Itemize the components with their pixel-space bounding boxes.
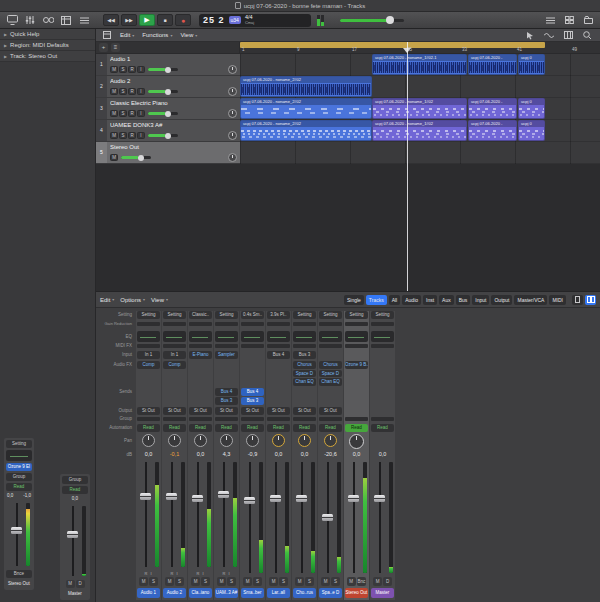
smart-controls-icon[interactable] xyxy=(41,14,55,26)
output-slot[interactable]: St Out xyxy=(293,407,316,415)
volume-db-value[interactable]: -0,9 xyxy=(241,451,264,458)
solo-button[interactable]: S xyxy=(119,66,127,73)
mixer-edit-menu[interactable]: Edit▾ xyxy=(100,297,114,303)
channel-fader[interactable] xyxy=(371,460,394,575)
send-slot[interactable]: Bus 4 xyxy=(241,388,264,396)
track-pan-knob[interactable] xyxy=(228,109,237,118)
output-slot[interactable]: St Out xyxy=(189,407,212,415)
input-monitor-button[interactable]: I xyxy=(137,66,145,73)
output-slot[interactable]: St Out xyxy=(319,407,342,415)
audio-fx-slot[interactable]: Chan EQ xyxy=(293,378,316,386)
eq-thumbnail[interactable] xyxy=(293,331,316,342)
region[interactable]: ucpj 0 xyxy=(518,98,545,119)
channel-strip[interactable]: Setting Bus 3 Chorus Space D Chan EQ St … xyxy=(292,311,317,600)
mute-button[interactable]: M xyxy=(110,110,118,117)
setting-button[interactable]: Setting xyxy=(6,440,32,448)
output-slot[interactable]: St Out xyxy=(163,407,186,415)
input-slot[interactable]: E-Piano xyxy=(189,351,212,359)
setting-button[interactable]: 0.4s Sm.. xyxy=(241,311,264,319)
track-sort-icon[interactable]: ≡ xyxy=(111,43,120,52)
input-monitor-button[interactable]: I xyxy=(137,110,145,117)
volume-db-value[interactable]: -20,6 xyxy=(319,451,342,458)
play-button[interactable]: ▶ xyxy=(139,14,155,26)
mute-button[interactable]: M xyxy=(269,577,278,586)
playhead-position[interactable]: 25 2 xyxy=(203,15,225,25)
group-slot[interactable] xyxy=(293,417,316,421)
mute-button[interactable]: M xyxy=(110,66,118,73)
mixer-view-menu[interactable]: View▾ xyxy=(151,297,168,303)
volume-db-value[interactable]: 0,0 xyxy=(345,451,368,458)
pan-knob[interactable] xyxy=(220,434,233,447)
audio-fx-slot[interactable]: Chorus xyxy=(319,361,342,369)
solo-button[interactable]: S xyxy=(305,577,314,586)
track-name[interactable]: Audio 1 xyxy=(110,56,240,64)
pan-knob[interactable] xyxy=(168,434,181,447)
solo-button[interactable]: S xyxy=(201,577,210,586)
mixer-filter-button[interactable]: Single xyxy=(344,295,364,305)
channel-fader[interactable] xyxy=(319,460,342,575)
channel-strip[interactable]: Setting Read xyxy=(370,311,395,600)
fader-cap[interactable] xyxy=(166,493,177,500)
channel-strip[interactable]: Setting In 1 Comp St Out xyxy=(136,311,161,600)
midi-fx-slot[interactable] xyxy=(319,344,342,348)
region[interactable]: ucpj 07-06-2020 - noname_2#02 xyxy=(240,120,372,141)
group-slot[interactable] xyxy=(215,417,238,421)
solo-button[interactable]: S xyxy=(119,132,127,139)
automation-mode-button[interactable]: Read xyxy=(163,424,186,432)
audio-fx-slot[interactable]: Comp xyxy=(163,361,186,369)
pan-knob[interactable] xyxy=(349,434,364,449)
channel-fader[interactable] xyxy=(267,460,290,575)
midi-fx-slot[interactable] xyxy=(345,344,368,348)
audio-fx-slot[interactable]: Chan EQ xyxy=(319,378,342,386)
display-icon[interactable] xyxy=(5,14,19,26)
output-slot[interactable]: St Out xyxy=(137,407,160,415)
record-enable-button[interactable]: R xyxy=(128,110,136,117)
channel-fader[interactable] xyxy=(293,460,316,575)
bar-ruler[interactable]: 191725334149 xyxy=(240,42,600,53)
group-slot[interactable] xyxy=(345,417,368,421)
region[interactable]: ucpj 07-06-2020 - xyxy=(468,98,517,119)
send-slot[interactable]: Bus 3 xyxy=(241,397,264,405)
channel-name-label[interactable]: UAM..3 A# xyxy=(215,588,238,598)
automation-mode-button[interactable]: Read xyxy=(345,424,368,432)
mixer-filter-button[interactable]: Master/VCA xyxy=(514,295,547,305)
volume-knob[interactable] xyxy=(165,89,171,95)
solo-button[interactable]: S xyxy=(175,577,184,586)
fader-cap[interactable] xyxy=(374,495,385,502)
mixer-filter-button[interactable]: Input xyxy=(472,295,489,305)
eq-thumbnail[interactable] xyxy=(189,331,212,342)
channel-name[interactable]: Stereo Out xyxy=(6,580,32,588)
channel-name[interactable]: Master xyxy=(62,590,88,598)
time-signature[interactable]: 4/4 Cmaj xyxy=(245,15,254,25)
group-slot[interactable]: Group xyxy=(62,476,88,484)
region[interactable]: ucpj 07-06-2020 - noname_1#02 xyxy=(372,120,467,141)
tempo-badge[interactable]: u34 xyxy=(229,16,241,24)
record-input-indicators[interactable]: R I xyxy=(189,571,212,576)
mixer-filter-button[interactable]: Tracks xyxy=(366,295,387,305)
midi-fx-slot[interactable] xyxy=(241,344,264,348)
automation-mode-button[interactable]: Read xyxy=(189,424,212,432)
volume-db-value[interactable]: 0,0 xyxy=(189,451,212,458)
channel-strip[interactable]: 3.9s Pl.. Bus 4 St Out xyxy=(266,311,291,600)
setting-button[interactable]: Setting xyxy=(345,311,368,319)
playhead[interactable] xyxy=(407,42,408,291)
mute-button[interactable]: M xyxy=(191,577,200,586)
eq-thumbnail[interactable] xyxy=(163,331,186,342)
channel-fader[interactable] xyxy=(345,460,368,575)
track-name[interactable]: UAMEE DONK3 A# xyxy=(110,122,240,130)
automation-mode-button[interactable]: Read xyxy=(215,424,238,432)
fader-cap[interactable] xyxy=(296,495,307,502)
group-slot[interactable] xyxy=(319,417,342,421)
input-slot[interactable]: Sampler xyxy=(215,351,238,359)
volume-value[interactable]: 0,0 xyxy=(7,493,13,500)
mute-button[interactable]: M xyxy=(217,577,226,586)
record-input-indicators[interactable]: R I xyxy=(137,571,160,576)
input-slot[interactable]: Bus 4 xyxy=(267,351,290,359)
channel-name-label[interactable]: Cla..iano xyxy=(189,588,212,598)
group-slot[interactable] xyxy=(137,417,160,421)
channel-strip[interactable]: 0.4s Sm.. Bus 4 Bus 3 St Out xyxy=(240,311,265,600)
channel-fader[interactable] xyxy=(163,460,186,569)
mute-button[interactable]: M xyxy=(321,577,330,586)
cycle-region[interactable] xyxy=(240,42,545,48)
input-monitor-button[interactable]: I xyxy=(137,88,145,95)
